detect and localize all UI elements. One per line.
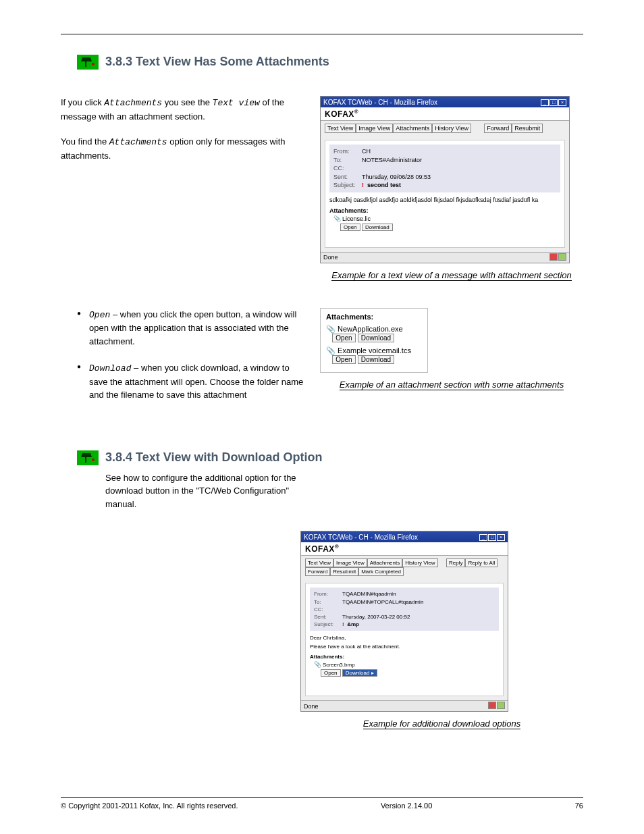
figure-caption: Example for additional download options	[300, 719, 583, 729]
paperclip-icon: 📎	[326, 346, 336, 355]
attachments-heading: Attachments:	[310, 654, 499, 660]
status-icon	[549, 253, 558, 261]
svg-rect-4	[77, 450, 99, 465]
forward-button[interactable]: Forward	[484, 124, 512, 133]
svg-marker-1	[81, 57, 92, 61]
screenshot-download-option: KOFAX TC/Web - CH - Mozilla Firefox _□× …	[300, 531, 508, 712]
tab-bar: Text ViewImage ViewAttachmentsHistory Vi…	[321, 121, 569, 136]
window-controls: _□×	[540, 98, 566, 106]
status-icon	[558, 253, 566, 261]
screenshot-textview-attachment: KOFAX TC/Web - CH - Mozilla Firefox _□× …	[320, 96, 570, 263]
paragraph: If you click Attachments you see the Tex…	[61, 96, 304, 123]
paperclip-icon: 📎	[314, 661, 321, 668]
message-body-text: Dear Christina,	[310, 635, 499, 641]
download-button[interactable]: Download ▸	[342, 669, 377, 677]
open-button[interactable]: Open	[332, 334, 355, 342]
version-text: Version 2.14.00	[381, 802, 432, 810]
paperclip-icon: 📎	[326, 325, 336, 333]
reply-all-button[interactable]: Reply to All	[465, 558, 498, 567]
page-number: 76	[575, 802, 583, 810]
pushpin-icon	[77, 55, 99, 70]
svg-point-7	[92, 459, 95, 461]
paragraph: You find the Attachments option only for…	[61, 135, 304, 162]
svg-rect-2	[85, 61, 86, 67]
forward-button[interactable]: Forward	[305, 567, 330, 576]
tab-image-view[interactable]: Image View	[333, 558, 367, 567]
svg-marker-5	[81, 453, 92, 457]
figure-caption: Example of an attachment section with so…	[320, 380, 583, 390]
tab-history-view[interactable]: History View	[432, 124, 471, 133]
window-title: KOFAX TC/Web - CH - Mozilla Firefox	[323, 99, 437, 106]
download-button[interactable]: Download	[358, 355, 394, 364]
tab-text-view[interactable]: Text View	[325, 124, 356, 133]
attachment-name: Screen3.bmp	[323, 662, 355, 668]
reply-button[interactable]: Reply	[446, 558, 465, 567]
attachment-name: Example voicemail.tcs	[338, 346, 411, 355]
svg-rect-6	[85, 457, 86, 463]
open-button[interactable]: Open	[321, 669, 341, 677]
download-button[interactable]: Download	[358, 334, 394, 342]
screenshot-attachment-section: Attachments: 📎 NewApplication.exe Open D…	[320, 308, 428, 373]
tab-attachments[interactable]: Attachments	[393, 124, 432, 133]
tab-text-view[interactable]: Text View	[305, 558, 333, 567]
status-icon	[488, 702, 496, 709]
page-footer: © Copyright 2001-2011 Kofax, Inc. All ri…	[61, 797, 583, 810]
tab-image-view[interactable]: Image View	[356, 124, 393, 133]
paperclip-icon: 📎	[333, 215, 341, 222]
open-button[interactable]: Open	[332, 355, 355, 364]
status-icon	[497, 702, 505, 709]
section-heading: 3.8.3 Text View Has Some Attachments	[105, 55, 329, 69]
paragraph: See how to configure the additional opti…	[105, 471, 315, 511]
mark-completed-button[interactable]: Mark Completed	[358, 567, 404, 576]
tab-attachments[interactable]: Attachments	[367, 558, 402, 567]
copyright-text: © Copyright 2001-2011 Kofax, Inc. All ri…	[61, 802, 238, 810]
resubmit-button[interactable]: Resubmit	[330, 567, 358, 576]
message-body-text: sdköafkj öasdkfjöl asdkfjö aöldkfjasdöl …	[329, 197, 560, 203]
window-controls: _□×	[479, 533, 505, 541]
tab-bar: Text ViewImage ViewAttachmentsHistory Vi…	[301, 556, 508, 579]
svg-rect-0	[77, 55, 99, 70]
tab-history-view[interactable]: History View	[402, 558, 437, 567]
list-item: ● Open – when you click the open button,…	[61, 308, 304, 348]
message-body-text: Please have a look at the attachment.	[310, 644, 499, 650]
section-heading: 3.8.4 Text View with Download Option	[105, 450, 322, 465]
window-title: KOFAX TC/Web - CH - Mozilla Firefox	[304, 533, 418, 541]
attachments-heading: Attachments:	[326, 313, 422, 321]
status-text: Done	[323, 254, 338, 261]
attachment-name: License.lic	[342, 215, 371, 222]
pushpin-icon	[77, 450, 99, 465]
status-text: Done	[304, 703, 319, 710]
brand-logo: KOFAX	[325, 109, 354, 119]
attachments-heading: Attachments:	[329, 207, 560, 214]
resubmit-button[interactable]: Resubmit	[512, 124, 543, 133]
figure-caption: Example for a text view of a message wit…	[320, 270, 583, 281]
list-item: ● Download – when you click download, a …	[61, 361, 304, 402]
attachment-name: NewApplication.exe	[338, 325, 403, 333]
download-button[interactable]: Download	[362, 224, 393, 231]
brand-logo: KOFAX	[305, 544, 335, 554]
open-button[interactable]: Open	[340, 224, 360, 231]
svg-point-3	[92, 63, 95, 66]
